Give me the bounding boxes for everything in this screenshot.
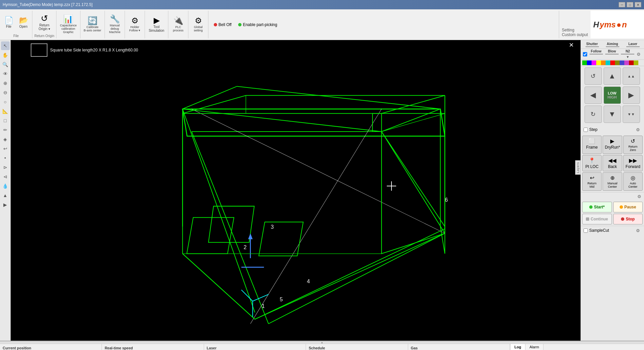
svg-line-6 xyxy=(192,132,269,324)
bottom-collapse-btn[interactable]: ▲ xyxy=(0,341,644,344)
tube-canvas[interactable]: 1 2 3 4 5 6 xyxy=(11,40,581,341)
laser-settings-gear[interactable]: ⚙ xyxy=(635,51,642,57)
pause-button[interactable]: Pause xyxy=(613,202,643,212)
sidebar-dot-tool[interactable]: • xyxy=(1,154,10,162)
sidebar-measure-tool[interactable]: 📐 xyxy=(1,107,10,116)
sidebar-drop-tool[interactable]: 💧 xyxy=(1,182,10,190)
sidebar-rect-tool[interactable]: □ xyxy=(1,116,10,125)
sidebar-zoom-out-tool[interactable]: ⊖ xyxy=(1,88,10,97)
manual-center-button[interactable]: ⊕ ManualCenter xyxy=(603,172,622,191)
color-orange[interactable] xyxy=(601,60,606,65)
minimize-button[interactable]: ─ xyxy=(619,2,625,7)
back-button[interactable]: ◀◀ Back xyxy=(603,155,622,171)
log-tab[interactable]: Log xyxy=(510,344,525,350)
forward-button[interactable]: ▶▶ Forward xyxy=(623,155,643,171)
return-zero-button[interactable]: ↺ ReturnZero xyxy=(623,136,643,154)
move-left-button[interactable]: ◀ xyxy=(585,86,602,104)
color-cyan[interactable] xyxy=(606,60,610,65)
directional-controls-section: ↺ ▲ ▲▲ ◀ LOW HIGH ▶ ↻ ▼ ▼ xyxy=(581,66,644,125)
stop-button[interactable]: Stop xyxy=(613,214,643,224)
sample-cut-gear[interactable]: ⚙ xyxy=(635,227,641,234)
manual-debug-label: ManualdebugMachine xyxy=(109,24,121,34)
dry-run-button[interactable]: ▶ DryRun* xyxy=(603,136,622,154)
color-magenta[interactable] xyxy=(592,60,596,65)
holder-follow-button[interactable]: ⚙ HolderFollow ▾ xyxy=(128,16,142,33)
move-right-button[interactable]: ▶ xyxy=(623,86,640,104)
shutter-checkbox[interactable] xyxy=(583,52,587,56)
laser-status-title: Laser xyxy=(207,346,303,350)
toolbar-group-calibrate-b: 🔄 CalibrateB-axis center xyxy=(80,11,105,38)
color-green[interactable] xyxy=(582,60,587,65)
color-indigo[interactable] xyxy=(620,60,624,65)
aiming-control: Aiming xyxy=(603,42,622,48)
toolbar-group-capacitance: 📊 CapacitancecalibrationGraphic xyxy=(56,11,80,38)
rotate-left-button[interactable]: ↺ xyxy=(585,67,602,85)
color-lime[interactable] xyxy=(634,60,638,65)
pt-loc-button[interactable]: 📍 Pt LOC xyxy=(582,155,602,171)
global-setting-label: Globalsetting xyxy=(194,25,203,32)
sidebar-forward-step[interactable]: ⊳ xyxy=(1,163,10,172)
return-origin-button[interactable]: ↺ ReturnOrigin ▾ xyxy=(37,13,51,31)
auto-center-button[interactable]: ◎ AutoCenter xyxy=(623,172,643,191)
start-button[interactable]: Start* xyxy=(582,202,612,212)
color-violet[interactable] xyxy=(624,60,629,65)
sidebar-pan-tool[interactable]: ✋ xyxy=(1,51,10,59)
calibrate-b-button[interactable]: 🔄 CalibrateB-axis center xyxy=(83,16,103,33)
step-checkbox[interactable] xyxy=(584,128,588,132)
sidebar-zoom-tool[interactable]: 🔍 xyxy=(1,60,10,69)
calibrate-b-icon: 🔄 xyxy=(88,17,98,25)
step-settings-gear[interactable]: ⚙ xyxy=(635,126,641,133)
file-open-button[interactable]: 📂 Open xyxy=(17,16,30,29)
bell-off-button[interactable]: Bell Off xyxy=(214,22,231,27)
restore-button[interactable]: □ xyxy=(627,2,633,7)
return-mid-button[interactable]: ↩ ReturnMid xyxy=(582,172,602,191)
follow-indicator xyxy=(590,54,603,54)
sidebar-undo-tool[interactable]: ↩ xyxy=(1,144,10,153)
sidebar-expand-btn[interactable]: ▶ xyxy=(1,200,10,209)
sidebar-eye-tool[interactable]: 👁 xyxy=(1,69,10,78)
aiming-label: Aiming xyxy=(607,42,618,46)
file-open-label: Open xyxy=(19,25,27,28)
move-down-button[interactable]: ▼ xyxy=(604,106,621,123)
sidebar-eraser-tool[interactable]: ◈ xyxy=(1,135,10,144)
rotate-right-button[interactable]: ↻ xyxy=(585,106,602,123)
action-settings-gear[interactable]: ⚙ xyxy=(636,193,643,200)
sidebar-zoom-in-tool[interactable]: ⊕ xyxy=(1,79,10,88)
sample-cut-checkbox[interactable] xyxy=(584,228,588,233)
color-red[interactable] xyxy=(610,60,615,65)
sidebar-back-step[interactable]: ⊲ xyxy=(1,172,10,181)
continue-button[interactable]: Continue xyxy=(582,214,612,224)
move-up-z-button[interactable]: ▲▲ xyxy=(623,67,640,85)
canvas-close-button[interactable]: ✕ xyxy=(569,41,574,49)
step-checkbox-label[interactable]: Step xyxy=(584,127,598,132)
sidebar-select-tool[interactable]: ↖ xyxy=(1,41,10,50)
alarm-tab[interactable]: Alarm xyxy=(525,344,543,350)
color-yellow[interactable] xyxy=(596,60,601,65)
capacitance-button[interactable]: 📊 CapacitancecalibrationGraphic xyxy=(58,14,78,34)
svg-line-8 xyxy=(269,233,445,324)
laser-control: Laser xyxy=(623,42,643,48)
manual-debug-button[interactable]: 🔧 ManualdebugMachine xyxy=(108,14,122,34)
return-origin-icon: ↺ xyxy=(41,14,48,23)
global-setting-button[interactable]: ⚙ Globalsetting xyxy=(192,16,205,33)
enable-part-picking-label: Enable part-picking xyxy=(243,22,277,27)
enable-part-picking-button[interactable]: Enable part-picking xyxy=(238,22,277,27)
move-down-z-button[interactable]: ▼▼ xyxy=(623,106,640,123)
back-icon: ◀◀ xyxy=(608,157,616,164)
tool-simulation-button[interactable]: ▶ ToolSimulation xyxy=(147,16,166,33)
plc-process-button[interactable]: 🔌 PLCprocess xyxy=(172,16,185,33)
file-new-button[interactable]: 📄 File xyxy=(2,16,15,29)
n2-dropdown[interactable]: ▼ xyxy=(626,55,629,59)
close-button[interactable]: ✕ xyxy=(635,2,641,7)
color-dark-red[interactable] xyxy=(629,60,634,65)
sidebar-pencil-tool[interactable]: ✏ xyxy=(1,126,10,134)
color-blue[interactable] xyxy=(587,60,592,65)
frame-button[interactable]: ⬜ Frame xyxy=(582,136,602,154)
sample-cut-label[interactable]: SampleCut xyxy=(584,228,609,233)
sidebar-circle-tool[interactable]: ○ xyxy=(1,98,10,106)
canvas-area[interactable]: Square tube Side length20 X R1.8 X Lengt… xyxy=(11,40,581,341)
color-olive[interactable] xyxy=(615,60,620,65)
sidebar-fill-tool[interactable]: ▲ xyxy=(1,191,10,200)
move-up-button[interactable]: ▲ xyxy=(604,67,621,85)
low-high-toggle[interactable]: LOW HIGH xyxy=(604,86,621,104)
